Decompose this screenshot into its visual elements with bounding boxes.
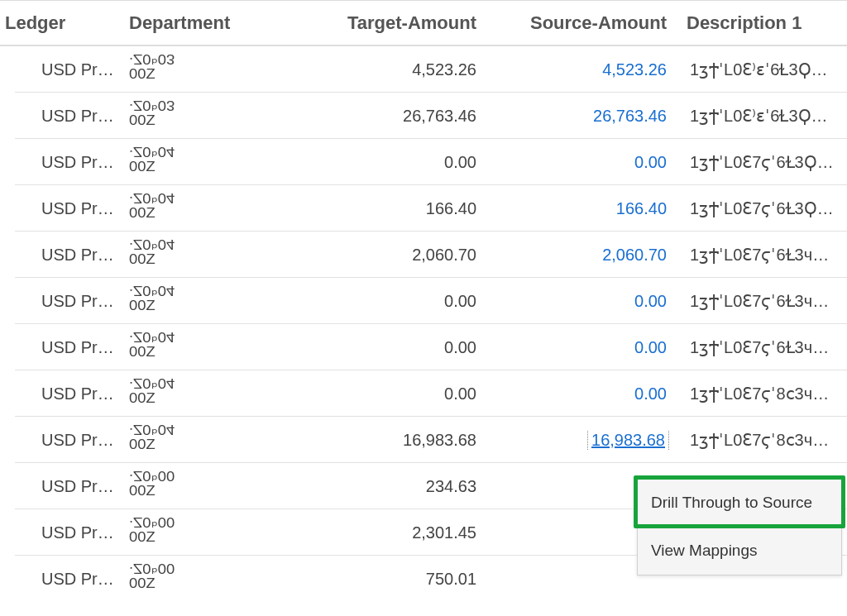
cell-ledger: USD Pr… <box>0 431 124 450</box>
cell-ledger: USD Pr… <box>0 570 124 589</box>
table-row[interactable]: USD Pr…·Z0ᵇ0400Z2,060.702,060.701ʒϮˈL0Ɛ7… <box>0 232 847 278</box>
cell-source-amount[interactable]: 16,983.68 <box>488 431 678 450</box>
cell-source-amount[interactable]: 0.00 <box>488 153 678 172</box>
cell-department: ·Z0ᵇ0400Z <box>124 238 269 271</box>
cell-source-amount[interactable]: 0.00 <box>488 292 678 311</box>
table-row[interactable]: USD Pr…·Z0ᵇ0300Z26,763.4626,763.461ʒϮˈL0… <box>0 93 847 139</box>
cell-description: 1ʒϮˈL0Ɛ7ϛˈ6Ɫ3Ϙ… <box>678 198 847 218</box>
cell-department: ·Z0ᵇ0000Z <box>124 562 269 595</box>
table-header-row: Ledger Department Target-Amount Source-A… <box>0 0 847 46</box>
cell-target-amount: 26,763.46 <box>269 107 488 126</box>
cell-department: ·Z0ᵇ0400Z <box>124 331 269 364</box>
cell-target-amount: 234.63 <box>269 477 488 496</box>
table-row[interactable]: USD Pr…·Z0ᵇ0400Z0.000.001ʒϮˈL0Ɛ7ϛˈ8ᴄ3ч… <box>0 370 847 417</box>
cell-source-amount[interactable]: 26,763.46 <box>488 107 678 126</box>
menu-item-view-mappings[interactable]: View Mappings <box>638 527 841 575</box>
cell-target-amount: 0.00 <box>269 338 488 357</box>
cell-target-amount: 750.01 <box>269 570 488 589</box>
context-menu: Drill Through to Source View Mappings <box>637 478 842 575</box>
table-row[interactable]: USD Pr…·Z0ᵇ0400Z16,983.6816,983.681ʒϮˈL0… <box>0 417 847 463</box>
col-header-description[interactable]: Description 1 <box>678 12 847 34</box>
cell-source-amount[interactable]: 4,523.26 <box>488 60 678 79</box>
cell-description: 1ʒϮˈL0Ɛ7ϛˈ8ᴄ3ч… <box>678 384 847 404</box>
cell-department: ·Z0ᵇ0400Z <box>124 192 269 225</box>
col-header-department[interactable]: Department <box>124 12 269 34</box>
table-row[interactable]: USD Pr…·Z0ᵇ0400Z0.000.001ʒϮˈL0Ɛ7ϛˈ6Ɫ3ч… <box>0 324 847 370</box>
cell-ledger: USD Pr… <box>0 107 124 126</box>
cell-department: ·Z0ᵇ0300Z <box>124 99 269 132</box>
cell-description: 1ʒϮˈL0Ɛ⁾ɛˈ6Ɫ3Ϙ… <box>678 106 847 126</box>
table-row[interactable]: USD Pr…·Z0ᵇ0400Z0.000.001ʒϮˈL0Ɛ7ϛˈ6Ɫ3Ϙ… <box>0 139 847 185</box>
cell-ledger: USD Pr… <box>0 477 124 496</box>
cell-ledger: USD Pr… <box>0 60 124 79</box>
table-row[interactable]: USD Pr…·Z0ᵇ0300Z4,523.264,523.261ʒϮˈL0Ɛ⁾… <box>0 46 847 93</box>
cell-ledger: USD Pr… <box>0 292 124 311</box>
cell-department: ·Z0ᵇ0000Z <box>124 470 269 503</box>
cell-ledger: USD Pr… <box>0 338 124 357</box>
cell-department: ·Z0ᵇ0400Z <box>124 284 269 318</box>
col-header-ledger[interactable]: Ledger <box>0 12 124 34</box>
cell-ledger: USD Pr… <box>0 199 124 218</box>
cell-target-amount: 0.00 <box>269 292 488 311</box>
cell-source-amount[interactable]: 0.00 <box>488 384 678 404</box>
cell-description: 1ʒϮˈL0Ɛ7ϛˈ6Ɫ3Ϙ… <box>678 152 847 172</box>
cell-target-amount: 166.40 <box>269 199 488 218</box>
table-row[interactable]: USD Pr…·Z0ᵇ0400Z0.000.001ʒϮˈL0Ɛ7ϛˈ6Ɫ3ч… <box>0 278 847 324</box>
col-header-target[interactable]: Target-Amount <box>269 12 488 34</box>
cell-source-amount[interactable]: 2,060.70 <box>488 246 678 265</box>
cell-department: ·Z0ᵇ0300Z <box>124 53 269 86</box>
cell-ledger: USD Pr… <box>0 384 124 404</box>
table-row[interactable]: USD Pr…·Z0ᵇ0400Z166.40166.401ʒϮˈL0Ɛ7ϛˈ6Ɫ… <box>0 185 847 232</box>
cell-target-amount: 2,060.70 <box>269 246 488 265</box>
cell-description: 1ʒϮˈL0Ɛ7ϛˈ6Ɫ3ч… <box>678 245 847 265</box>
cell-ledger: USD Pr… <box>0 523 124 542</box>
cell-department: ·Z0ᵇ0400Z <box>124 146 269 179</box>
cell-department: ·Z0ᵇ0000Z <box>124 516 269 549</box>
menu-item-drill-through[interactable]: Drill Through to Source <box>638 479 841 527</box>
cell-department: ·Z0ᵇ0400Z <box>124 423 269 456</box>
cell-source-amount[interactable]: 0.00 <box>488 338 678 357</box>
cell-target-amount: 0.00 <box>269 384 488 404</box>
cell-department: ·Z0ᵇ0400Z <box>124 377 269 410</box>
cell-description: 1ʒϮˈL0Ɛ7ϛˈ6Ɫ3ч… <box>678 291 847 311</box>
cell-description: 1ʒϮˈL0Ɛ⁾ɛˈ6Ɫ3Ϙ… <box>678 60 847 79</box>
cell-target-amount: 16,983.68 <box>269 431 488 450</box>
col-header-source[interactable]: Source-Amount <box>488 12 678 34</box>
cell-target-amount: 0.00 <box>269 153 488 172</box>
cell-ledger: USD Pr… <box>0 153 124 172</box>
cell-target-amount: 2,301.45 <box>269 523 488 542</box>
cell-target-amount: 4,523.26 <box>269 60 488 79</box>
cell-description: 1ʒϮˈL0Ɛ7ϛˈ6Ɫ3ч… <box>678 337 847 357</box>
cell-source-amount[interactable]: 166.40 <box>488 199 678 218</box>
cell-description: 1ʒϮˈL0Ɛ7ϛˈ8ᴄ3ч… <box>678 430 847 450</box>
cell-ledger: USD Pr… <box>0 246 124 265</box>
